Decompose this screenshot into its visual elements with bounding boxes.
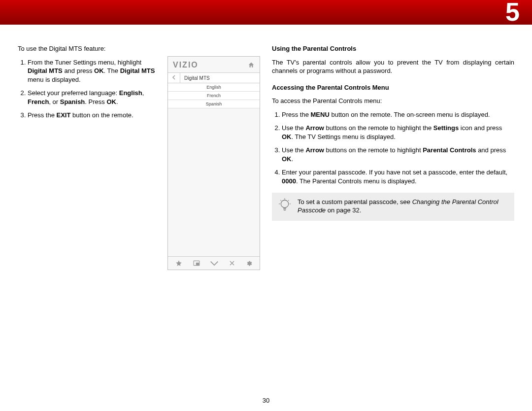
svg-point-2 xyxy=(281,200,288,207)
menu-title-row: Digital MTS xyxy=(168,72,260,83)
tip-text: To set a custom parental passcode, see C… xyxy=(298,198,508,215)
menu-item-spanish: Spanish xyxy=(168,100,260,108)
heading-parental: Using the Parental Controls xyxy=(272,44,514,53)
parental-desc: The TV's parental controls allow you to … xyxy=(272,58,514,75)
left-steps: From the Tuner Settings menu, highlight … xyxy=(18,58,159,120)
heading-access: Accessing the Parental Controls Menu xyxy=(272,83,514,92)
right-step-2: Use the Arrow buttons on the remote to h… xyxy=(282,124,514,141)
tip-box: To set a custom parental passcode, see C… xyxy=(272,193,514,221)
left-step-3: Press the EXIT button on the remote. xyxy=(28,111,159,120)
left-step-1: From the Tuner Settings menu, highlight … xyxy=(28,58,159,84)
chapter-number: 5 xyxy=(505,0,520,27)
page-number: 30 xyxy=(0,397,532,404)
vizio-logo: VIZIO xyxy=(173,61,199,69)
access-intro: To access the Parental Controls menu: xyxy=(272,97,514,105)
right-step-1: Press the MENU button on the remote. The… xyxy=(282,110,514,119)
window-icon xyxy=(193,260,200,267)
left-column: To use the Digital MTS feature: From the… xyxy=(18,44,260,270)
back-icon xyxy=(168,73,180,83)
star-icon xyxy=(175,260,182,267)
tv-menu-panel: VIZIO Digital MTS English French Spanish xyxy=(167,56,260,270)
menu-title: Digital MTS xyxy=(180,73,260,83)
gear-icon xyxy=(246,260,252,267)
right-steps: Press the MENU button on the remote. The… xyxy=(272,110,514,186)
lightbulb-icon xyxy=(278,198,292,216)
right-step-4: Enter your parental passcode. If you hav… xyxy=(282,168,514,185)
menu-item-french: French xyxy=(168,92,260,100)
left-intro: To use the Digital MTS feature: xyxy=(18,44,159,53)
header-band: 5 xyxy=(0,0,532,25)
close-icon xyxy=(229,260,235,267)
chevron-down-icon xyxy=(210,260,218,267)
menu-item-english: English xyxy=(168,83,260,92)
home-icon xyxy=(248,62,255,68)
menu-bottom-bar xyxy=(168,256,260,270)
svg-rect-1 xyxy=(196,263,199,265)
left-step-2: Select your preferred language: English,… xyxy=(28,89,159,106)
page-body: To use the Digital MTS feature: From the… xyxy=(0,25,532,270)
right-column: Using the Parental Controls The TV's par… xyxy=(272,44,514,270)
right-step-3: Use the Arrow buttons on the remote to h… xyxy=(282,146,514,163)
